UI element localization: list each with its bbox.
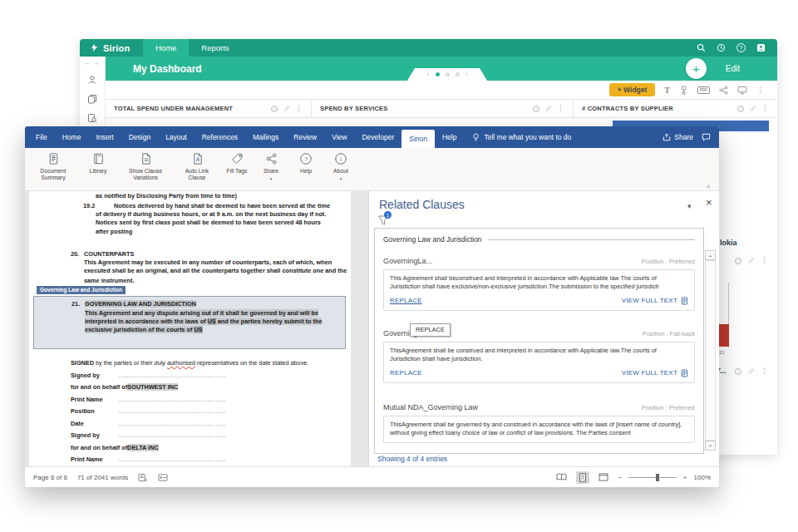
document-page[interactable]: as notified by Disclosing Party from tim… — [29, 191, 351, 466]
auto-link-clause-button[interactable]: A Auto Link Clause — [179, 152, 215, 181]
linked-clause-box[interactable]: 21. GOVERNING LAW AND JURISDICTION This … — [33, 296, 346, 349]
ribbon-help-button[interactable]: ? Help — [294, 152, 318, 175]
comments-icon[interactable] — [702, 133, 711, 141]
pager-next-icon[interactable]: › — [466, 71, 468, 78]
tab-insert[interactable]: Insert — [88, 126, 121, 148]
scroll-up-icon[interactable]: ▲ — [705, 250, 716, 260]
nav-tab-home[interactable]: Home — [143, 39, 189, 57]
pager-prev-icon[interactable]: ‹ — [427, 71, 430, 78]
theme-icon[interactable] — [679, 86, 688, 95]
ribbon-about-button[interactable]: i About ▾ — [328, 152, 353, 182]
zoom-out-icon[interactable]: − — [618, 474, 622, 481]
edit-widget-icon[interactable] — [283, 105, 290, 112]
replace-link[interactable]: REPLACE — [390, 297, 422, 305]
widget-menu-icon[interactable]: ⋮ — [557, 105, 564, 112]
pager-dot-active[interactable] — [436, 72, 440, 76]
panel-scrollbar[interactable] — [705, 260, 716, 441]
zoom-level[interactable]: 100% — [694, 474, 711, 481]
page-indicator[interactable]: Page 6 of 6 — [33, 474, 67, 481]
fill-tags-button[interactable]: Fill Tags — [226, 152, 248, 175]
word-count[interactable]: 71 of 2041 words — [77, 474, 128, 481]
doc-line: same instrument. — [84, 277, 134, 284]
nav-tab-reports[interactable]: Reports — [189, 39, 241, 57]
info-icon[interactable]: i — [735, 258, 741, 264]
history-icon[interactable] — [717, 43, 726, 52]
clause-tag[interactable]: Governing Law and Jurisdiction — [37, 286, 126, 294]
scroll-down-icon[interactable]: ▼ — [705, 441, 716, 451]
tab-design[interactable]: Design — [121, 126, 158, 148]
full-text-doc-icon[interactable] — [681, 369, 688, 377]
sidebar-doc-search-icon[interactable] — [87, 113, 97, 123]
zoom-slider[interactable] — [628, 477, 677, 478]
clause-card-body: This Agreement shall beconstrued and int… — [383, 269, 695, 311]
tab-view[interactable]: View — [324, 126, 354, 148]
info-icon[interactable]: i — [533, 106, 539, 112]
tab-sirion[interactable]: Sirion — [401, 130, 435, 148]
help-icon[interactable]: ? — [736, 43, 746, 52]
library-button[interactable]: Library — [84, 152, 112, 175]
full-text-doc-icon[interactable] — [681, 297, 688, 305]
widget-menu-icon[interactable]: ⋮ — [761, 105, 769, 112]
tab-help[interactable]: Help — [435, 126, 464, 148]
text-widget-icon[interactable]: T — [664, 86, 670, 95]
add-widget-button[interactable]: + Widget — [609, 83, 656, 96]
tab-file[interactable]: File — [28, 126, 55, 148]
share-icon[interactable] — [719, 86, 728, 95]
macro-recording-icon[interactable] — [158, 473, 168, 482]
proofing-icon[interactable] — [138, 473, 148, 482]
tab-mailings[interactable]: Mailings — [245, 126, 286, 148]
panel-caret-icon[interactable]: ▾ — [687, 202, 692, 210]
nav-back-forward-icon[interactable]: ← → — [85, 60, 101, 66]
share-button[interactable]: Share — [663, 133, 693, 141]
zoom-in-icon[interactable]: + — [683, 474, 687, 481]
info-icon[interactable]: i — [737, 106, 744, 112]
edit-widget-icon[interactable] — [747, 257, 755, 264]
tab-layout[interactable]: Layout — [158, 126, 195, 148]
widget-menu-icon[interactable]: ⋮ — [761, 257, 768, 264]
zoom-slider-thumb[interactable] — [656, 474, 659, 481]
export-pdf-icon[interactable]: PDF — [697, 86, 710, 94]
show-clause-variations-button[interactable]: Show Clause Variations — [123, 152, 168, 181]
clause-list: Governing Law and Jurisdiction Governing… — [374, 228, 704, 454]
clause-card: GoverningLa...Position : Preferred This … — [383, 257, 695, 311]
web-layout-button[interactable] — [596, 471, 611, 483]
tab-review[interactable]: Review — [286, 126, 324, 148]
edit-dashboard-button[interactable]: Edit — [726, 64, 740, 73]
clause-card-title[interactable]: Mutual NDA_Governing Law — [383, 403, 478, 411]
edit-widget-icon[interactable] — [749, 105, 756, 112]
tell-me-box[interactable]: Tell me what you want to do — [464, 126, 579, 148]
edit-widget-icon[interactable] — [544, 105, 552, 112]
sidebar-documents-icon[interactable] — [87, 94, 97, 104]
edit-widget-icon[interactable] — [747, 367, 755, 375]
clause-card-title[interactable]: GoverningLa... — [383, 257, 432, 265]
tab-references[interactable]: References — [195, 126, 245, 148]
tab-developer[interactable]: Developer — [354, 126, 401, 148]
user-profile-icon[interactable] — [756, 43, 766, 52]
widget-menu-icon[interactable]: ⋮ — [761, 367, 768, 375]
sirion-logo[interactable]: Sirion — [80, 39, 143, 57]
widget-icons-fragment: i ⋮ — [735, 367, 768, 375]
search-icon[interactable] — [697, 43, 706, 52]
presentation-icon[interactable] — [737, 86, 747, 95]
word-status-bar: Page 6 of 6 71 of 2041 words − + 100% — [25, 466, 719, 487]
read-mode-button[interactable] — [554, 471, 569, 483]
panel-close-icon[interactable]: × — [706, 196, 712, 209]
pager-dot[interactable] — [446, 72, 450, 76]
view-full-text-link[interactable]: VIEW FULL TEXT — [622, 297, 677, 305]
info-icon[interactable]: i — [271, 106, 278, 112]
widget-menu-icon[interactable]: ⋮ — [295, 105, 303, 112]
info-icon[interactable]: i — [735, 368, 741, 375]
view-full-text-link[interactable]: VIEW FULL TEXT — [622, 369, 677, 377]
sidebar-user-icon[interactable] — [87, 75, 97, 85]
web-layout-icon — [598, 473, 608, 481]
replace-link[interactable]: REPLACE — [390, 369, 422, 377]
document-summary-button[interactable]: Document Summary — [33, 152, 73, 181]
tab-home[interactable]: Home — [55, 126, 89, 148]
pager-dot[interactable] — [456, 72, 460, 76]
doc-line: Notices sent by first class post shall b… — [96, 219, 321, 226]
signature-row: Date....................................… — [71, 420, 225, 427]
add-dashboard-button[interactable]: + — [686, 58, 707, 79]
ribbon-share-button[interactable]: Share ▾ — [259, 152, 283, 182]
print-layout-button[interactable] — [576, 471, 589, 484]
more-options-icon[interactable]: ⋮ — [756, 86, 764, 94]
